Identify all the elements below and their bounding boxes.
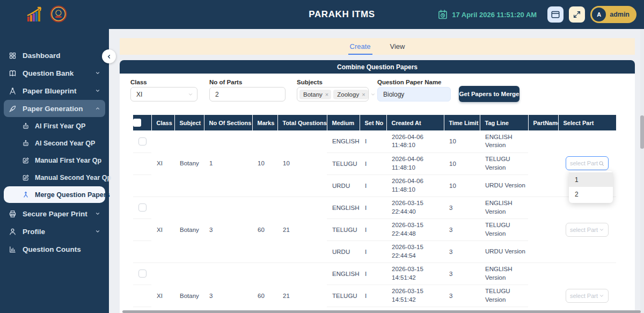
sidebar-item-paper-generation[interactable]: Paper Generation bbox=[4, 100, 105, 117]
cell-set-no: I bbox=[360, 241, 386, 263]
sidebar-item-merge-question-papers[interactable]: Merge Question Papers bbox=[4, 186, 105, 203]
sidebar-item-dashboard[interactable]: Dashboard bbox=[4, 47, 105, 64]
col-time-limit: Time Limit bbox=[444, 115, 480, 130]
cell-created-at: 2026-03-1522:44:48 bbox=[386, 219, 444, 241]
select-part-placeholder: select Part bbox=[570, 293, 598, 299]
cell-medium: TELUGU bbox=[327, 152, 360, 174]
datetime-display: 17 April 2026 11:51:20 AM bbox=[437, 9, 537, 20]
select-part-placeholder: select Part bbox=[570, 227, 598, 233]
bar-chart-icon bbox=[9, 245, 17, 253]
col-tag-line: Tag Line bbox=[480, 115, 528, 130]
vertical-scrollbar-thumb[interactable] bbox=[640, 115, 644, 149]
remove-tag-icon[interactable]: × bbox=[325, 91, 328, 98]
paper-name-input[interactable]: Biology bbox=[377, 87, 451, 101]
select-part-dropdown[interactable]: select Part bbox=[566, 223, 609, 237]
sidebar-collapse-button[interactable] bbox=[102, 49, 116, 63]
horizontal-scrollbar-thumb[interactable] bbox=[122, 310, 641, 313]
search-icon bbox=[598, 161, 604, 166]
window-panel-button[interactable] bbox=[547, 6, 564, 23]
section-title: Combine Question Papers bbox=[120, 60, 635, 74]
select-part-dropdown[interactable]: select Part bbox=[566, 289, 609, 303]
cell-tag-line: URDU Version bbox=[480, 241, 528, 263]
paper-name-value: Biology bbox=[383, 91, 404, 98]
subject-chip-zoology[interactable]: Zoology × bbox=[333, 90, 368, 99]
cell-medium: URDU bbox=[327, 174, 360, 196]
expand-arrows-icon bbox=[573, 10, 581, 19]
cell-set-no: I bbox=[360, 152, 386, 174]
cell-time-limit: 3 bbox=[444, 241, 480, 263]
chevron-up-icon bbox=[95, 106, 100, 111]
chip-label: Zoology bbox=[337, 91, 359, 98]
top-header: PARAKH ITMS 17 April 2026 11:51:20 AM bbox=[0, 0, 644, 29]
cell-created-at: 2026-03-1514:51:42 bbox=[386, 285, 444, 307]
select-part-dropdown-open[interactable]: select Part bbox=[566, 156, 609, 170]
chevron-down-icon bbox=[95, 70, 100, 76]
sidebar-label: Question Counts bbox=[23, 245, 81, 253]
sidebar-label: AI Second Year QP bbox=[35, 140, 95, 147]
row-checkbox[interactable] bbox=[138, 270, 147, 278]
col-class: Class bbox=[151, 115, 174, 130]
sidebar-label: Merge Question Papers bbox=[35, 191, 110, 199]
cell-class: XI bbox=[151, 196, 174, 263]
cell-set-no: I bbox=[360, 130, 386, 152]
cell-medium: ENGLISH bbox=[327, 196, 360, 219]
sidebar-item-secure-paper-print[interactable]: Secure Paper Print bbox=[4, 205, 105, 222]
cell-time-limit: 3 bbox=[444, 196, 480, 219]
emblem-logo-icon bbox=[49, 5, 68, 23]
chip-label: Botany bbox=[303, 91, 323, 98]
col-subject: Subject bbox=[174, 115, 204, 130]
select-part-options: 1 2 bbox=[569, 171, 613, 203]
sidebar-label: Paper Generation bbox=[23, 105, 83, 113]
col-no-of-sections: No Of Sections bbox=[204, 115, 252, 130]
table-row: XI Botany 3 60 21 ENGLISH I 2026-03-1514… bbox=[133, 263, 616, 285]
class-select[interactable]: XI bbox=[130, 87, 197, 101]
sidebar-label: Paper Blueprint bbox=[23, 87, 77, 95]
app-window: PARAKH ITMS 17 April 2026 11:51:20 AM bbox=[0, 0, 644, 313]
tab-create[interactable]: Create bbox=[348, 38, 372, 55]
cell-tag-line: ENGLISH Version bbox=[480, 130, 528, 152]
cell-tag-line: URDU Version bbox=[480, 174, 528, 196]
sidebar-item-question-bank[interactable]: Question Bank bbox=[4, 64, 105, 82]
select-all-checkbox[interactable] bbox=[133, 119, 141, 127]
sidebar-item-profile[interactable]: Profile bbox=[4, 223, 105, 240]
cell-created-at: 2026-03-1514:51:42 bbox=[386, 263, 444, 285]
cell-tag-line: ENGLISH Version bbox=[480, 196, 528, 219]
sidebar-item-paper-blueprint[interactable]: Paper Blueprint bbox=[4, 82, 105, 99]
chevron-down-icon bbox=[95, 88, 100, 93]
table-header-row: Class Subject No Of Sections Marks Total… bbox=[133, 115, 616, 130]
sidebar-item-question-counts[interactable]: Question Counts bbox=[4, 241, 105, 258]
option-1[interactable]: 1 bbox=[569, 172, 613, 187]
get-papers-button[interactable]: Get Papers to Merge bbox=[459, 86, 519, 102]
user-menu[interactable]: A admin bbox=[590, 6, 636, 23]
chevron-down-icon bbox=[95, 211, 100, 216]
class-label: Class bbox=[130, 79, 147, 85]
subject-chip-botany[interactable]: Botany × bbox=[299, 90, 331, 99]
tab-view[interactable]: View bbox=[389, 38, 407, 55]
sidebar-item-manual-first-year-qp[interactable]: Manual First Year Qp bbox=[4, 152, 105, 169]
sidebar-label: Manual First Year Qp bbox=[35, 157, 101, 164]
cell-time-limit: 3 bbox=[444, 285, 480, 307]
parts-label: No of Parts bbox=[209, 79, 242, 85]
col-set-no: Set No bbox=[360, 115, 386, 130]
cell-subject: Botany bbox=[174, 130, 204, 196]
window-icon bbox=[551, 10, 560, 19]
row-checkbox[interactable] bbox=[138, 203, 147, 212]
subjects-multiselect[interactable]: Botany × Zoology × bbox=[297, 87, 369, 101]
option-2[interactable]: 2 bbox=[569, 187, 613, 201]
sidebar-item-ai-second-year-qp[interactable]: AI Second Year QP bbox=[4, 135, 105, 151]
username-label: admin bbox=[610, 11, 630, 18]
remove-tag-icon[interactable]: × bbox=[362, 91, 365, 98]
cell-medium: ENGLISH bbox=[327, 263, 360, 285]
edit-icon bbox=[22, 174, 30, 181]
datetime-text: 17 April 2026 11:51:20 AM bbox=[452, 11, 537, 19]
row-checkbox[interactable] bbox=[138, 137, 147, 145]
compass-icon bbox=[9, 87, 17, 95]
sidebar-item-ai-first-year-qp[interactable]: AI First Year QP bbox=[4, 118, 105, 134]
cell-tag-line: ENGLISH Version bbox=[480, 263, 528, 285]
fullscreen-button[interactable] bbox=[569, 6, 585, 23]
sidebar-item-manual-second-year-qp[interactable]: Manual Second Year Qp bbox=[4, 169, 105, 186]
cell-set-no: I bbox=[360, 196, 386, 219]
parts-input[interactable]: 2 bbox=[209, 87, 286, 101]
col-marks: Marks bbox=[252, 115, 277, 130]
col-select-part: Select Part bbox=[558, 115, 616, 130]
